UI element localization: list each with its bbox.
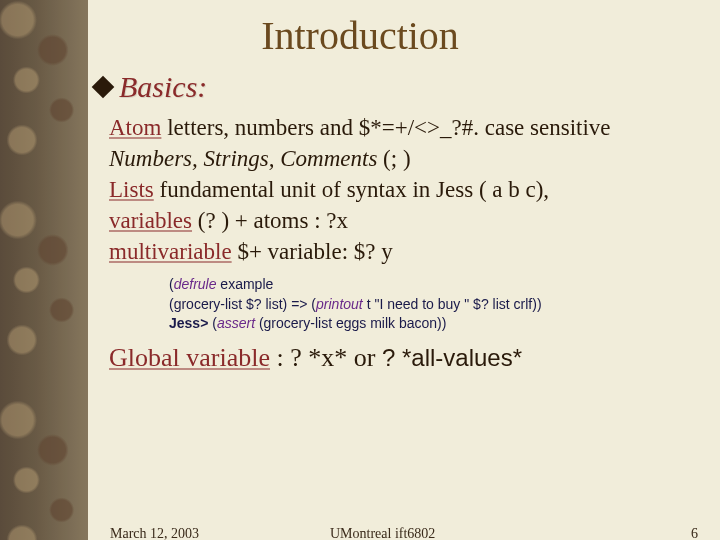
diamond-icon: [92, 76, 115, 99]
global-desc-b: ? *all-values*: [382, 344, 522, 371]
atom-desc: letters, numbers and $*=+/<>_?#. case se…: [161, 115, 610, 140]
lists-desc: fundamental unit of syntax in Jess ( a b…: [154, 177, 549, 202]
term-global-variable: Global variable: [109, 343, 270, 372]
global-variable-line: Global variable : ? *x* or ? *all-values…: [109, 340, 705, 375]
multivariable-desc: $+ variable: $? y: [232, 239, 393, 264]
code-line-1: (defrule example: [169, 275, 705, 295]
multivariable-line: multivariable $+ variable: $? y: [109, 236, 705, 267]
code-l3a: Jess>: [169, 315, 212, 331]
term-atom: Atom: [109, 115, 161, 140]
code-line-2: (grocery-list $? list) => (printout t "I…: [169, 295, 705, 315]
footer-source: UMontreal ift6802: [330, 526, 435, 540]
atom-tail: (; ): [383, 146, 410, 171]
atom-italic: Numbers, Strings, Comments: [109, 146, 383, 171]
code-l1kw: defrule: [174, 276, 217, 292]
global-desc-a: : ? *x* or: [270, 343, 382, 372]
body-text: Atom letters, numbers and $*=+/<>_?#. ca…: [109, 112, 705, 375]
code-l2b: t "I need to buy " $? list crlf)): [363, 296, 542, 312]
page-number: 6: [691, 526, 698, 540]
slide-title: Introduction: [0, 12, 720, 59]
code-l3c: (grocery-list eggs milk bacon)): [255, 315, 446, 331]
section-heading: Basics:: [95, 70, 705, 104]
heading-text: Basics:: [119, 70, 207, 103]
term-lists: Lists: [109, 177, 154, 202]
code-l1b: example: [216, 276, 273, 292]
code-l2a: (grocery-list $? list) => (: [169, 296, 316, 312]
code-l2kw: printout: [316, 296, 363, 312]
code-line-3: Jess> (assert (grocery-list eggs milk ba…: [169, 314, 705, 334]
term-multivariable: multivariable: [109, 239, 232, 264]
lists-line: Lists fundamental unit of syntax in Jess…: [109, 174, 705, 205]
variables-line: variables (? ) + atoms : ?x: [109, 205, 705, 236]
sidebar-decorative-image: [0, 0, 88, 540]
code-l3kw: assert: [217, 315, 255, 331]
slide-content: Basics: Atom letters, numbers and $*=+/<…: [95, 70, 705, 375]
term-variables: variables: [109, 208, 192, 233]
code-example: (defrule example (grocery-list $? list) …: [169, 275, 705, 334]
footer-date: March 12, 2003: [110, 526, 199, 540]
atom-line: Atom letters, numbers and $*=+/<>_?#. ca…: [109, 112, 705, 174]
variables-desc: (? ) + atoms : ?x: [192, 208, 348, 233]
